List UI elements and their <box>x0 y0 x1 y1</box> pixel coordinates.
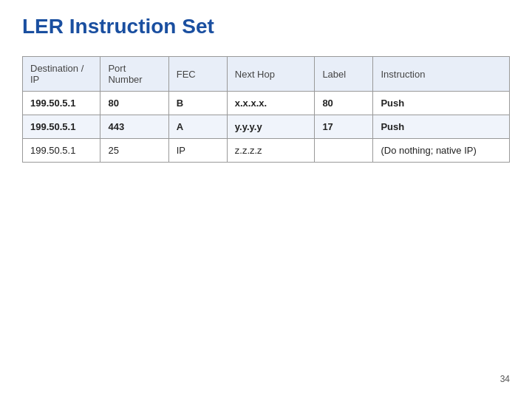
table-wrapper: Destination / IP Port Number FEC Next Ho… <box>22 56 510 369</box>
cell-next_hop: z.z.z.z <box>227 139 315 163</box>
cell-next_hop: y.y.y.y <box>227 115 315 139</box>
cell-port_number: 80 <box>100 92 168 115</box>
cell-label: 80 <box>315 92 373 115</box>
header-port-number: Port Number <box>100 57 168 92</box>
cell-instruction: (Do nothing; native IP) <box>373 139 510 163</box>
cell-fec: A <box>168 115 227 139</box>
instruction-table: Destination / IP Port Number FEC Next Ho… <box>22 56 510 163</box>
cell-label: 17 <box>315 115 373 139</box>
cell-instruction: Push <box>373 115 510 139</box>
table-row: 199.50.5.125IPz.z.z.z(Do nothing; native… <box>23 139 510 163</box>
header-instruction: Instruction <box>373 57 510 92</box>
cell-destination: 199.50.5.1 <box>23 139 100 163</box>
cell-fec: IP <box>168 139 227 163</box>
page: LER Instruction Set Destination / IP Por… <box>0 0 532 399</box>
table-header-row: Destination / IP Port Number FEC Next Ho… <box>23 57 510 92</box>
table-row: 199.50.5.180Bx.x.x.x.80Push <box>23 92 510 115</box>
cell-next_hop: x.x.x.x. <box>227 92 315 115</box>
cell-instruction: Push <box>373 92 510 115</box>
table-row: 199.50.5.1443Ay.y.y.y17Push <box>23 115 510 139</box>
header-fec: FEC <box>168 57 227 92</box>
cell-destination: 199.50.5.1 <box>23 115 100 139</box>
header-destination: Destination / IP <box>23 57 100 92</box>
cell-port_number: 25 <box>100 139 168 163</box>
page-number: 34 <box>22 374 510 384</box>
cell-fec: B <box>168 92 227 115</box>
header-next-hop: Next Hop <box>227 57 315 92</box>
header-label: Label <box>315 57 373 92</box>
cell-destination: 199.50.5.1 <box>23 92 100 115</box>
cell-label <box>315 139 373 163</box>
cell-port_number: 443 <box>100 115 168 139</box>
page-title: LER Instruction Set <box>22 15 510 38</box>
